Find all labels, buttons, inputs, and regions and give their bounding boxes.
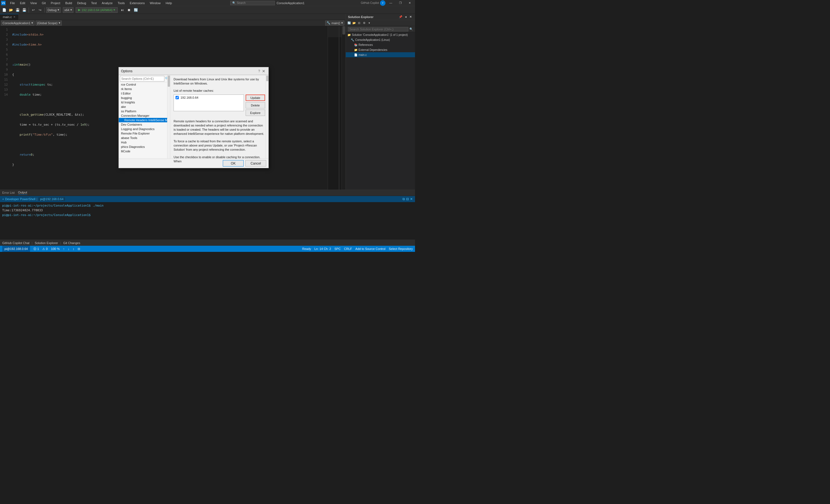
- terminal-body: pi@pi-iot-ros-ai:~/projects/ConsoleAppli…: [0, 202, 415, 219]
- terminal-copy-icon[interactable]: ⧉: [403, 197, 405, 201]
- toolbar-attach[interactable]: ⏯: [119, 7, 125, 13]
- menu-project[interactable]: Project: [49, 1, 62, 5]
- dialog-close-button[interactable]: ✕: [261, 69, 266, 74]
- dialog-tree-build-insights[interactable]: Id Insights: [119, 100, 170, 104]
- toolbar-save-all[interactable]: 💾: [21, 7, 27, 13]
- se-search-input[interactable]: [348, 27, 408, 31]
- tab-main-c[interactable]: main.c ✕: [0, 14, 19, 20]
- status-nav-down[interactable]: ↓: [68, 247, 69, 250]
- dialog-tree-cross-platform[interactable]: ss Platform: [119, 109, 170, 113]
- restore-button[interactable]: ❐: [396, 0, 405, 6]
- scope-dropdown[interactable]: (Global Scope) ▾: [36, 21, 61, 26]
- status-nav-up[interactable]: ↑: [63, 247, 65, 250]
- arch-dropdown[interactable]: x64 ▾: [63, 7, 73, 13]
- tree-item-solution[interactable]: 📁 Solution 'ConsoleApplication1' (1 of 1…: [346, 32, 415, 37]
- status-terminal-icon[interactable]: ⊟: [77, 247, 80, 251]
- dialog-tree-database[interactable]: abase Tools: [119, 136, 170, 140]
- copilot-chat-label[interactable]: GitHub Copilot Chat: [2, 241, 30, 245]
- run-button[interactable]: ▶ 192.168.0.64 (ARM64) ▾: [76, 7, 118, 13]
- se-close-button[interactable]: ✕: [408, 15, 413, 19]
- minimize-button[interactable]: —: [387, 0, 395, 6]
- status-errors[interactable]: ⓪ 1: [33, 247, 39, 251]
- toolbar-undo[interactable]: ↩: [30, 7, 36, 13]
- terminal-split-icon[interactable]: ⊟: [406, 197, 409, 201]
- dialog-search-input[interactable]: [120, 76, 164, 81]
- solution-explorer-bar-label[interactable]: Solution Explorer: [35, 241, 58, 245]
- tree-item-external-deps[interactable]: 📁 External Dependencies: [346, 47, 415, 52]
- status-warnings[interactable]: ⚠ 0: [42, 247, 47, 251]
- title-search-box[interactable]: 🔍 Search: [230, 1, 275, 5]
- status-select-repo[interactable]: Select Repository: [389, 247, 413, 250]
- git-changes-label[interactable]: Git Changes: [63, 241, 80, 245]
- toolbar-open[interactable]: 📂: [8, 7, 14, 13]
- se-tb-settings[interactable]: ⚙: [362, 21, 366, 25]
- menu-edit[interactable]: Edit: [18, 1, 28, 5]
- project-icon: 🔧: [350, 37, 355, 42]
- scope-label: (Global Scope): [37, 22, 57, 25]
- dialog-tree-intellicode[interactable]: lliCode: [119, 149, 170, 154]
- dialog-tree-debugging[interactable]: bugging: [119, 96, 170, 100]
- tab-close-icon[interactable]: ✕: [13, 15, 15, 18]
- se-tb-sync[interactable]: 📂: [352, 21, 356, 25]
- file-path-dropdown[interactable]: ConsoleApplication1 ▾: [1, 21, 34, 26]
- dialog-body: 🔍 rce Control rk Items t Editor bugging …: [119, 75, 268, 159]
- dialog-right-scrollbar[interactable]: [266, 75, 268, 159]
- tree-item-project[interactable]: 🔧 ConsoleApplication1 (Linux): [346, 37, 415, 42]
- toolbar-restart[interactable]: 🔄: [133, 7, 139, 13]
- close-button[interactable]: ✕: [406, 0, 414, 6]
- terminal-close-icon[interactable]: ✕: [410, 197, 413, 201]
- menu-test[interactable]: Test: [89, 1, 99, 5]
- menu-debug[interactable]: Debug: [75, 1, 88, 5]
- menu-git[interactable]: Git: [39, 1, 48, 5]
- status-sync[interactable]: ↕: [73, 247, 74, 250]
- menu-help[interactable]: Help: [164, 1, 174, 5]
- menu-window[interactable]: Window: [148, 1, 163, 5]
- dialog-cache-section: 192.168.0.64 Update Delete Explore: [173, 95, 265, 116]
- dialog-tree-remote-headers[interactable]: Remote Headers IntelliSense Manager: [119, 118, 170, 122]
- se-tb-filter[interactable]: ▾: [367, 21, 371, 25]
- dialog-update-button[interactable]: Update: [246, 95, 265, 101]
- menu-file[interactable]: File: [8, 1, 17, 5]
- status-add-source[interactable]: Add to Source Control: [355, 247, 385, 250]
- se-pin-button[interactable]: 📌: [398, 15, 403, 19]
- se-tb-collapse[interactable]: ⊟: [357, 21, 361, 25]
- menu-extensions[interactable]: Extensions: [128, 1, 147, 5]
- cache-item-checkbox[interactable]: [175, 96, 179, 99]
- dialog-help-button[interactable]: ?: [258, 69, 260, 73]
- menu-tools[interactable]: Tools: [116, 1, 127, 5]
- toolbar-stop[interactable]: ⏹: [126, 7, 132, 13]
- dialog-tree-remote-file[interactable]: Remote File Explorer: [119, 131, 170, 136]
- dialog-explore-button[interactable]: Explore: [246, 109, 265, 116]
- editor-scrollbar[interactable]: [342, 26, 346, 190]
- tree-item-references[interactable]: 📚 References: [346, 42, 415, 47]
- menu-build[interactable]: Build: [63, 1, 74, 5]
- dialog-delete-button[interactable]: Delete: [246, 102, 265, 108]
- dialog-tree-connection-manager[interactable]: Connection Manager: [119, 113, 170, 118]
- tab-error-list[interactable]: Error List: [2, 191, 15, 195]
- dialog-tree-dev-containers[interactable]: Dev Containers: [119, 122, 170, 127]
- toolbar-redo[interactable]: ↪: [37, 7, 43, 13]
- dialog-tree-logging[interactable]: Logging and Diagnostics: [119, 127, 170, 131]
- dialog-tree-graphics[interactable]: phics Diagnostics: [119, 144, 170, 149]
- options-dialog[interactable]: Options ? ✕ 🔍 rce Control rk Items t Edi…: [119, 67, 269, 168]
- app-icon: VS: [1, 1, 6, 5]
- terminal-tab-connection[interactable]: pi@192.168.0.64: [38, 197, 65, 201]
- dialog-tree-cmake[interactable]: ake: [119, 104, 170, 109]
- se-search-bar: 🔍: [346, 26, 415, 32]
- menu-analyze[interactable]: Analyze: [100, 1, 115, 5]
- dialog-tree-text-editor[interactable]: t Editor: [119, 91, 170, 96]
- function-dropdown[interactable]: 🔧 main() ▾: [325, 21, 344, 26]
- dialog-tree-source-control[interactable]: rce Control: [119, 82, 170, 87]
- toolbar-newfile[interactable]: 📄: [1, 7, 7, 13]
- debug-config-dropdown[interactable]: Debug ▾: [46, 7, 61, 13]
- se-tb-search[interactable]: 🔄: [347, 21, 351, 25]
- tab-output[interactable]: Output: [18, 191, 27, 195]
- dialog-cache-item-192: 192.168.0.64: [174, 95, 243, 100]
- se-arrow-button[interactable]: ◂: [403, 15, 408, 19]
- toolbar-save[interactable]: 💾: [14, 7, 21, 13]
- dialog-tree-work-items[interactable]: rk Items: [119, 87, 170, 91]
- status-remote[interactable]: pi@192.168.0.64: [2, 246, 30, 252]
- menu-view[interactable]: View: [28, 1, 39, 5]
- dialog-tree-hub[interactable]: Hub: [119, 140, 170, 144]
- tree-item-main-c[interactable]: 📄 main.c: [346, 52, 415, 57]
